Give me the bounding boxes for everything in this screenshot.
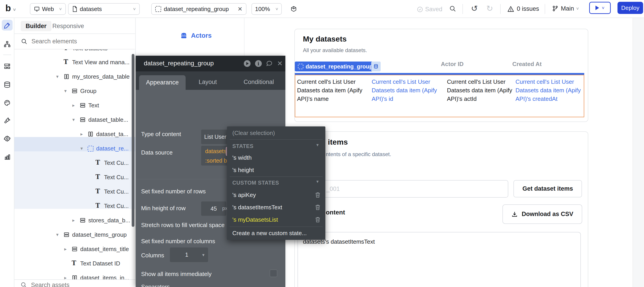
menu-item-create-custom-state[interactable]: Create a new custom state...	[232, 230, 307, 237]
menu-item-apikey-state[interactable]: 's apiKey	[232, 192, 256, 199]
chevron-collapsed-icon[interactable]: ▸	[72, 103, 75, 108]
chevron-expanded-icon[interactable]: ▾	[56, 232, 59, 237]
chevron-expanded-icon[interactable]: ▾	[72, 117, 75, 122]
trash-icon[interactable]	[315, 192, 320, 198]
tree-row[interactable]: TText Cu...	[14, 187, 135, 197]
cell-dataset-actid[interactable]: Current cell's List User Datasets data i…	[447, 77, 513, 103]
database-icon	[374, 64, 378, 69]
tree-row[interactable]: ▾dataset_items_group	[14, 230, 135, 240]
menu-header-custom-states[interactable]: CUSTOM STATES	[232, 180, 279, 186]
nav-item-actors[interactable]: Actors	[180, 32, 212, 39]
cell-dataset-id[interactable]: Current cell's List User Datasets data i…	[372, 77, 439, 103]
deploy-button[interactable]: Deploy	[618, 2, 643, 14]
tree-row-selected[interactable]: ▾dataset_re...	[14, 144, 135, 154]
pencil-icon[interactable]	[4, 22, 10, 29]
tree-row[interactable]: TText Datasets	[14, 49, 135, 53]
tab-appearance[interactable]: Appearance	[139, 75, 186, 90]
element-tab[interactable]: dataset_repeating_group ✕	[151, 3, 246, 15]
tree-row[interactable]: TText Cu...	[14, 201, 135, 211]
chevron-expanded-icon[interactable]: ▾	[56, 74, 59, 79]
info-icon[interactable]: i	[255, 60, 262, 67]
menu-item-datasetitemstext-state[interactable]: 's datasetItemsText	[232, 204, 282, 211]
run-icon[interactable]	[244, 60, 250, 67]
columns-select[interactable]: 1 ▾	[170, 248, 208, 262]
menu-item-height-state[interactable]: 's height	[232, 167, 254, 174]
show-all-checkbox[interactable]	[270, 270, 277, 277]
repeating-group-cell-outline[interactable]: Current cell's List User Datasets data i…	[295, 75, 584, 117]
tree-row[interactable]: TText View and mana...	[14, 57, 135, 67]
rail-divider	[3, 54, 11, 55]
assets-search-bar[interactable]	[14, 279, 135, 287]
close-icon[interactable]: ✕	[277, 59, 283, 67]
tab-builder[interactable]: Builder	[21, 21, 52, 31]
chevron-collapsed-icon[interactable]: ▸	[72, 218, 75, 223]
tree-row[interactable]: ▾Group	[14, 86, 135, 96]
dataset-content-textarea[interactable]: datasets's datasetItemsText	[298, 232, 581, 287]
element-search-bar[interactable]	[14, 34, 135, 49]
page-dropdown[interactable]: datasets ˅	[68, 3, 140, 15]
element-tree: TText Datasets TText View and mana... ▾m…	[14, 49, 135, 287]
database-icon[interactable]	[4, 81, 10, 88]
tree-row[interactable]: ▸dataset_ta...	[14, 129, 135, 139]
undo-icon[interactable]: ↺	[471, 4, 478, 12]
close-icon[interactable]: ✕	[238, 5, 242, 12]
tree-row-label: Text Cu...	[104, 188, 129, 195]
platform-dropdown[interactable]: Web ˅	[30, 3, 66, 15]
component-library-icon[interactable]	[290, 6, 297, 12]
menu-item-mydatasetslist-state[interactable]: 's myDatasetsList	[232, 216, 278, 223]
data-source-chip[interactable]	[371, 61, 381, 71]
search-assets-input[interactable]	[30, 282, 117, 287]
get-dataset-items-button[interactable]: Get dataset items	[514, 180, 582, 197]
chevron-expanded-icon[interactable]: ▾	[80, 146, 83, 151]
comment-icon[interactable]	[266, 60, 272, 67]
cell-dataset-createdat[interactable]: Current cell's List User Datasets data i…	[516, 77, 583, 103]
chevron-collapsed-icon[interactable]: ▸	[64, 246, 67, 252]
preview-button[interactable]: ˅	[589, 2, 611, 14]
selected-element-tag-label: dataset_repeating_group	[306, 63, 373, 70]
tree-panel-tabs: Builder Responsive	[14, 18, 135, 34]
repeating-group-icon	[298, 64, 303, 69]
tree-scrollbar[interactable]	[132, 54, 134, 227]
tree-row[interactable]: ▾dataset_table...	[14, 115, 135, 125]
tree-row[interactable]: ▾my_stores_data_table	[14, 72, 135, 82]
plugins-icon[interactable]	[4, 117, 10, 124]
logs-chart-icon[interactable]	[4, 153, 10, 160]
cell-dataset-name[interactable]: Current cell's List User Datasets data i…	[297, 77, 367, 103]
settings-gear-icon[interactable]	[4, 135, 10, 142]
tree-row[interactable]: ▸Text	[14, 101, 135, 110]
components-icon[interactable]	[4, 63, 10, 70]
tree-row[interactable]: TText Cu...	[14, 172, 135, 182]
tree-row-label: Text Datasets	[72, 49, 108, 52]
download-csv-button[interactable]: Download as CSV	[502, 204, 582, 224]
tab-conditional-label[interactable]: Conditional	[244, 79, 274, 86]
workflow-icon[interactable]	[4, 41, 10, 48]
chevron-expanded-icon[interactable]: ▾	[64, 88, 67, 94]
chevron-collapsed-icon[interactable]: ▸	[80, 131, 83, 137]
tree-row[interactable]: ▸stores_data_b...	[14, 216, 135, 226]
zoom-dropdown[interactable]: 100% ˅	[252, 3, 282, 15]
bubble-logo[interactable]: b˅	[6, 3, 16, 13]
search-icon[interactable]	[450, 5, 456, 12]
show-all-label: Show all items immediately	[141, 271, 212, 278]
menu-item-width-state[interactable]: 's width	[232, 154, 252, 161]
inspector-title-bar[interactable]: dataset_repeating_group i ✕	[136, 56, 285, 71]
tree-row[interactable]: ▸dataset_items_title	[14, 244, 135, 254]
menu-item-clear-selection[interactable]: (Clear selection)	[232, 130, 275, 137]
tree-row[interactable]: TText Cu...	[14, 158, 135, 168]
trash-icon[interactable]	[315, 217, 320, 223]
tree-row[interactable]: TText Dataset ID	[14, 259, 135, 269]
search-elements-input[interactable]	[31, 38, 126, 45]
selected-element-tag[interactable]: dataset_repeating_group	[295, 61, 376, 71]
menu-header-states[interactable]: STATES	[232, 143, 254, 149]
canvas-gutter	[632, 18, 644, 287]
tab-responsive[interactable]: Responsive	[49, 21, 87, 31]
issues-indicator[interactable]: 0 issues	[508, 5, 539, 12]
styles-palette-icon[interactable]	[4, 99, 10, 106]
redo-icon[interactable]: ↻	[486, 4, 493, 12]
branch-selector[interactable]: Main ˅	[552, 5, 579, 12]
trash-icon[interactable]	[315, 204, 320, 210]
repeating-group-icon	[155, 6, 161, 12]
dataset-id-input[interactable]: _001	[303, 180, 508, 198]
items-card-title-fragment: items	[328, 138, 348, 146]
tab-layout-label[interactable]: Layout	[199, 79, 217, 86]
